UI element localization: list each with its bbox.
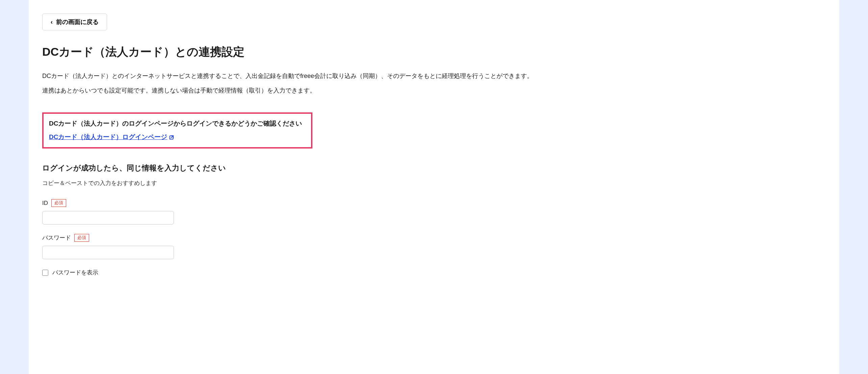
login-link-text: DCカード（法人カード）ログインページ: [49, 132, 167, 142]
login-check-highlight-box: DCカード（法人カード）のログインページからログインできるかどうかご確認ください…: [42, 112, 312, 149]
password-label-row: パスワード 必須: [42, 233, 826, 242]
form-hint: コピー＆ペーストでの入力をおすすめします: [42, 179, 826, 188]
password-input[interactable]: [42, 246, 174, 259]
page-container: ‹ 前の画面に戻る DCカード（法人カード）との連携設定 DCカード（法人カード…: [29, 0, 839, 374]
id-label: ID: [42, 198, 48, 208]
show-password-checkbox[interactable]: [42, 270, 48, 276]
show-password-label: パスワードを表示: [52, 268, 98, 277]
description-line-2: 連携はあとからいつでも設定可能です。連携しない場合は手動で経理情報（取引）を入力…: [42, 85, 826, 96]
page-title: DCカード（法人カード）との連携設定: [42, 43, 826, 61]
back-button[interactable]: ‹ 前の画面に戻る: [42, 14, 107, 30]
form-section-title: ログインが成功したら、同じ情報を入力してください: [42, 162, 826, 174]
password-field: パスワード 必須: [42, 233, 826, 259]
external-login-page-link[interactable]: DCカード（法人カード）ログインページ: [49, 132, 175, 142]
required-badge: 必須: [74, 234, 89, 242]
back-button-label: 前の画面に戻る: [56, 18, 99, 26]
id-field: ID 必須: [42, 198, 826, 224]
id-label-row: ID 必須: [42, 198, 826, 208]
description-line-1: DCカード（法人カード）とのインターネットサービスと連携することで、入出金記録を…: [42, 70, 826, 82]
external-link-icon: [169, 134, 175, 140]
id-input[interactable]: [42, 211, 174, 224]
chevron-left-icon: ‹: [51, 19, 53, 26]
show-password-row[interactable]: パスワードを表示: [42, 268, 826, 277]
password-label: パスワード: [42, 233, 71, 242]
required-badge: 必須: [51, 199, 66, 207]
login-check-title: DCカード（法人カード）のログインページからログインできるかどうかご確認ください: [49, 118, 306, 129]
